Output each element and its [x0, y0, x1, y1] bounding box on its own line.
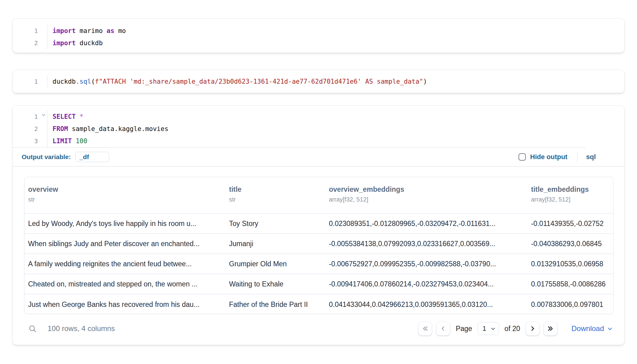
table-row[interactable]: A family wedding reignites the ancient f…: [24, 254, 613, 274]
table-cell[interactable]: 0.01755858,-0.0086286: [531, 280, 613, 288]
column-name: title: [229, 185, 323, 194]
line-number: 3: [34, 135, 38, 147]
search-icon[interactable]: [28, 325, 37, 333]
line-number-gutter: 3: [13, 135, 47, 147]
table-cell[interactable]: Cheated on, mistreated and stepped on, t…: [28, 280, 229, 288]
table-header-row: overviewstrtitlestroverview_embeddingsar…: [24, 177, 613, 214]
fold-chevron-icon[interactable]: [41, 112, 46, 118]
line-number: 1: [34, 111, 38, 123]
prev-page-button[interactable]: [436, 322, 450, 336]
page-select[interactable]: 1: [478, 322, 499, 335]
table-row[interactable]: Cheated on, mistreated and stepped on, t…: [24, 274, 613, 294]
chevron-left-icon: [439, 325, 447, 332]
code-line[interactable]: 1import marimo as mo: [13, 25, 624, 37]
table-row[interactable]: Led by Woody, Andy's toys live happily i…: [24, 214, 613, 234]
table-cell[interactable]: Toy Story: [229, 220, 329, 228]
download-label: Download: [571, 324, 604, 333]
output-variable-bar: Output variable: Hide output sql: [13, 147, 624, 166]
table-cell[interactable]: Jumanji: [229, 240, 329, 248]
column-name: overview: [28, 185, 224, 194]
table-cell[interactable]: 0.041433044,0.042966213,0.0039591365,0.0…: [329, 300, 531, 309]
table-cell[interactable]: 0.007833006,0.097801: [531, 300, 613, 309]
line-number-gutter: 2: [13, 123, 47, 135]
first-page-button[interactable]: [418, 322, 432, 336]
language-select[interactable]: sql: [586, 153, 596, 161]
column-type: str: [28, 196, 224, 203]
line-number: 2: [34, 123, 38, 135]
chevron-down-icon: [490, 326, 496, 331]
line-number-gutter: 1: [13, 111, 47, 123]
column-header[interactable]: titlestr: [229, 185, 329, 213]
table-cell[interactable]: 0.0132910535,0.06958: [531, 260, 613, 268]
code-text: SELECT *: [47, 111, 83, 123]
code-line[interactable]: 3LIMIT 100: [13, 135, 586, 147]
column-name: overview_embeddings: [329, 185, 526, 194]
line-number: 1: [34, 25, 38, 37]
code-text: import duckdb: [47, 37, 103, 49]
double-chevron-right-icon: [547, 325, 554, 332]
code-line[interactable]: 1duckdb.sql(f"ATTACH 'md:_share/sample_d…: [13, 75, 624, 88]
table-row[interactable]: Just when George Banks has recovered fro…: [24, 294, 613, 314]
code-line[interactable]: 1SELECT *: [13, 111, 586, 123]
table-cell[interactable]: 0.023089351,-0.012809965,-0.03209472,-0.…: [329, 220, 531, 228]
code-text: LIMIT 100: [47, 135, 87, 147]
code-editor[interactable]: 1duckdb.sql(f"ATTACH 'md:_share/sample_d…: [13, 70, 624, 88]
table-body: Led by Woody, Andy's toys live happily i…: [24, 214, 613, 314]
column-header[interactable]: overviewstr: [28, 185, 229, 213]
table-row[interactable]: When siblings Judy and Peter discover an…: [24, 234, 613, 254]
cell-output-area: overviewstrtitlestroverview_embeddingsar…: [13, 166, 624, 337]
line-number-gutter: 1: [13, 25, 47, 37]
table-cell[interactable]: -0.006752927,0.099952355,-0.009982588,-0…: [329, 260, 531, 268]
row-count-summary: 100 rows, 4 columns: [48, 324, 115, 333]
divider: [577, 152, 577, 162]
hide-output-checkbox[interactable]: [519, 153, 526, 161]
download-button[interactable]: Download: [571, 324, 613, 333]
column-header[interactable]: overview_embeddingsarray[f32, 512]: [329, 185, 531, 213]
line-number: 2: [34, 37, 38, 49]
chevron-right-icon: [529, 325, 536, 332]
table-cell[interactable]: Waiting to Exhale: [229, 280, 329, 288]
column-type: array[f32, 512]: [329, 196, 526, 203]
line-number-gutter: 1: [13, 75, 47, 88]
line-number-gutter: 2: [13, 37, 47, 49]
table-footer: 100 rows, 4 columns: [24, 320, 613, 337]
table-cell[interactable]: -0.0055384138,0.07992093,0.023316627,0.0…: [329, 240, 531, 248]
notebook-cell-attach: 1duckdb.sql(f"ATTACH 'md:_share/sample_d…: [12, 70, 625, 93]
code-text: import marimo as mo: [47, 25, 126, 37]
column-type: array[f32, 512]: [531, 196, 608, 203]
column-type: str: [229, 196, 323, 203]
code-text: FROM sample_data.kaggle.movies: [47, 123, 168, 135]
dataframe-table: overviewstrtitlestroverview_embeddingsar…: [24, 177, 613, 314]
notebook-cell-imports: 1import marimo as mo2import duckdb: [12, 18, 625, 53]
output-variable-label: Output variable:: [22, 153, 71, 161]
code-editor[interactable]: 1import marimo as mo2import duckdb: [13, 19, 624, 49]
page-label: Page: [456, 325, 472, 333]
line-number: 1: [34, 75, 38, 88]
code-line[interactable]: 2FROM sample_data.kaggle.movies: [13, 123, 586, 135]
table-cell[interactable]: Grumpier Old Men: [229, 260, 329, 268]
next-page-button[interactable]: [526, 322, 540, 336]
double-chevron-left-icon: [421, 325, 429, 332]
table-cell[interactable]: Just when George Banks has recovered fro…: [28, 300, 229, 309]
table-cell[interactable]: -0.009417406,0.07860214,-0.023279453,0.0…: [329, 280, 531, 288]
code-editor[interactable]: 1SELECT *2FROM sample_data.kaggle.movies…: [13, 106, 586, 147]
table-cell[interactable]: Led by Woody, Andy's toys live happily i…: [28, 220, 229, 228]
notebook-cell-sql: 1SELECT *2FROM sample_data.kaggle.movies…: [12, 105, 625, 345]
last-page-button[interactable]: [544, 322, 558, 336]
table-cell[interactable]: Father of the Bride Part II: [229, 300, 329, 309]
table-cell[interactable]: -0.040386293,0.06845: [531, 240, 613, 248]
page-total-label: of 20: [504, 325, 520, 333]
column-name: title_embeddings: [531, 185, 608, 194]
code-text: duckdb.sql(f"ATTACH 'md:_share/sample_da…: [47, 75, 427, 88]
output-variable-input[interactable]: [75, 152, 109, 162]
table-cell[interactable]: -0.011439355,-0.02752: [531, 220, 613, 228]
table-cell[interactable]: A family wedding reignites the ancient f…: [28, 260, 229, 268]
page-select-value: 1: [482, 325, 486, 333]
hide-output-label: Hide output: [530, 153, 567, 161]
chevron-down-icon: [607, 326, 613, 332]
code-line[interactable]: 2import duckdb: [13, 37, 624, 49]
table-cell[interactable]: When siblings Judy and Peter discover an…: [28, 240, 229, 248]
column-header[interactable]: title_embeddingsarray[f32, 512]: [531, 185, 613, 213]
